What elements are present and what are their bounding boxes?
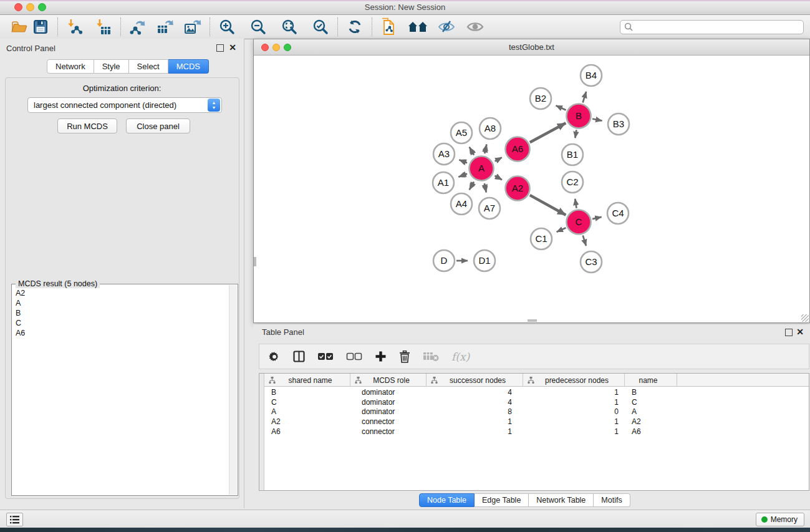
- add-icon[interactable]: [375, 351, 387, 362]
- node-A6[interactable]: A6: [506, 137, 530, 162]
- table-cell[interactable]: A2: [625, 417, 677, 426]
- table-cell[interactable]: C: [264, 398, 350, 407]
- memory-button[interactable]: Memory: [756, 513, 804, 526]
- node-A[interactable]: A: [470, 157, 494, 181]
- houses-icon[interactable]: [407, 17, 428, 37]
- deselect-all-icon[interactable]: [346, 352, 362, 361]
- table-cell[interactable]: 1: [427, 427, 523, 436]
- edge-B-B2[interactable]: [556, 105, 566, 110]
- column-header-successor-nodes[interactable]: successor nodes: [427, 374, 523, 387]
- open-session-icon[interactable]: [9, 17, 30, 37]
- task-history-button[interactable]: [6, 513, 23, 526]
- save-session-icon[interactable]: [30, 17, 51, 37]
- delete-table-icon[interactable]: [423, 351, 439, 362]
- zoom-in-icon[interactable]: [216, 17, 238, 37]
- node-B1[interactable]: B1: [562, 144, 583, 165]
- table-cell[interactable]: A: [625, 407, 677, 416]
- table-cell[interactable]: 1: [523, 398, 625, 407]
- hide-eye-icon[interactable]: [436, 17, 457, 37]
- search-input[interactable]: [636, 22, 799, 31]
- table-cell[interactable]: dominator: [350, 407, 427, 416]
- mcds-result-item[interactable]: A2: [14, 288, 228, 298]
- mcds-result-list[interactable]: A2ABCA6: [14, 288, 228, 493]
- tab-motifs[interactable]: Motifs: [594, 493, 630, 507]
- float-panel-icon[interactable]: [216, 44, 224, 52]
- edge-B-B1[interactable]: [575, 130, 576, 138]
- mcds-result-item[interactable]: A6: [14, 328, 228, 338]
- scrollbar-track[interactable]: [229, 285, 237, 495]
- edge-A-A6[interactable]: [495, 157, 502, 161]
- table-cell[interactable]: B: [264, 388, 350, 397]
- table-cell[interactable]: 1: [523, 388, 625, 397]
- node-C2[interactable]: C2: [562, 172, 583, 193]
- import-network-icon[interactable]: [64, 17, 85, 37]
- node-A2[interactable]: A2: [506, 177, 530, 201]
- table-cell[interactable]: B: [625, 388, 677, 397]
- close-panel-icon[interactable]: ✕: [229, 42, 236, 53]
- table-row[interactable]: Cdominator41C: [264, 397, 809, 407]
- network-window-titlebar[interactable]: testGlobe.txt: [254, 39, 809, 56]
- close-window-button[interactable]: [261, 44, 269, 51]
- node-C1[interactable]: C1: [531, 228, 552, 249]
- import-table-icon[interactable]: [93, 17, 114, 37]
- table-row[interactable]: A6connector11A6: [264, 427, 809, 437]
- zoom-selected-icon[interactable]: [310, 17, 331, 37]
- vertical-scrollbar-thumb[interactable]: [254, 257, 256, 266]
- columns-icon[interactable]: [293, 351, 305, 362]
- node-A5[interactable]: A5: [451, 122, 472, 143]
- node-C4[interactable]: C4: [607, 203, 629, 224]
- table-row[interactable]: A2connector11A2: [264, 417, 809, 427]
- node-B2[interactable]: B2: [530, 88, 551, 109]
- close-panel-button[interactable]: Close panel: [126, 118, 190, 133]
- edge-A-A5[interactable]: [470, 147, 474, 155]
- minimize-window-button[interactable]: [26, 3, 34, 11]
- node-B4[interactable]: B4: [581, 65, 602, 86]
- select-all-icon[interactable]: [317, 352, 334, 361]
- edge-B-B3[interactable]: [592, 119, 602, 121]
- node-B3[interactable]: B3: [608, 114, 629, 135]
- tab-network[interactable]: Network: [47, 59, 94, 74]
- export-network-icon[interactable]: [127, 17, 148, 37]
- resize-grip-icon[interactable]: [801, 314, 809, 322]
- table-cell[interactable]: 1: [427, 417, 523, 426]
- float-panel-icon[interactable]: [785, 329, 793, 336]
- minimize-window-button[interactable]: [272, 44, 280, 51]
- node-A3[interactable]: A3: [433, 143, 455, 165]
- table-cell[interactable]: A: [264, 407, 350, 416]
- network-document-icon[interactable]: [378, 17, 400, 37]
- column-header-mcds-role[interactable]: MCDS role: [350, 374, 427, 387]
- table-cell[interactable]: C: [625, 398, 677, 407]
- gear-icon[interactable]: [268, 351, 281, 363]
- function-icon[interactable]: f(x): [451, 351, 470, 363]
- tab-edge-table[interactable]: Edge Table: [475, 493, 529, 507]
- node-A1[interactable]: A1: [433, 172, 454, 193]
- table-cell[interactable]: dominator: [350, 398, 427, 407]
- tab-node-table[interactable]: Node Table: [419, 493, 475, 507]
- edge-A-A4[interactable]: [470, 181, 474, 190]
- table-cell[interactable]: A6: [625, 427, 677, 436]
- edge-A-A1[interactable]: [458, 174, 467, 177]
- node-D[interactable]: D: [433, 250, 455, 271]
- table-cell[interactable]: A2: [264, 417, 350, 426]
- table-cell[interactable]: connector: [350, 427, 427, 436]
- node-A4[interactable]: A4: [451, 193, 472, 215]
- column-header-predecessor-nodes[interactable]: predecessor nodes: [523, 374, 625, 387]
- node-C[interactable]: C: [567, 210, 591, 235]
- node-A8[interactable]: A8: [480, 118, 501, 139]
- table-row[interactable]: Adominator80A: [264, 407, 809, 417]
- node-C3[interactable]: C3: [581, 251, 602, 273]
- edge-C-C2[interactable]: [575, 199, 576, 208]
- edge-A6-B[interactable]: [530, 123, 566, 142]
- edge-C-C1[interactable]: [557, 228, 566, 232]
- export-image-icon[interactable]: [182, 17, 203, 37]
- refresh-icon[interactable]: [344, 17, 365, 37]
- search-field[interactable]: [620, 20, 804, 34]
- edge-C-C4[interactable]: [592, 217, 602, 219]
- optimization-criterion-select[interactable]: largest connected component (directed) ▲…: [27, 97, 222, 113]
- node-D1[interactable]: D1: [474, 250, 495, 271]
- table-cell[interactable]: dominator: [350, 388, 427, 397]
- run-mcds-button[interactable]: Run MCDS: [57, 118, 117, 133]
- show-eye-icon[interactable]: [465, 17, 486, 37]
- column-header-name[interactable]: name: [625, 374, 677, 387]
- edge-B-B4[interactable]: [583, 92, 587, 103]
